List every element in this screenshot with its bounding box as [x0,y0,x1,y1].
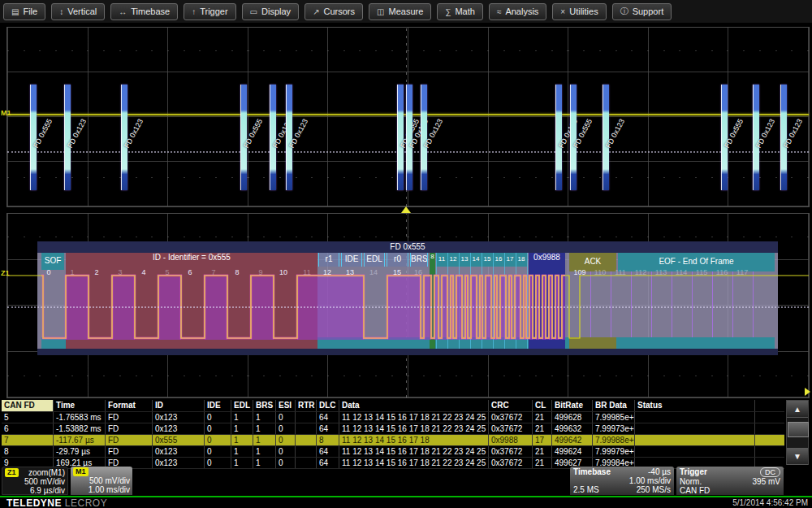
display-menu-button[interactable]: ▭Display [242,3,300,20]
can-frame-id-label: FD 0x123 [66,118,88,150]
table-cell [635,412,755,423]
minor-tick-row [7,50,809,51]
menu-label: Utilities [569,7,598,16]
table-cell: 7.99979e+6 [593,446,635,457]
menu-bar: ▤File↕Vertical↔Timebase↑Trigger▭Display↗… [0,0,812,23]
bit-number-label: 4 [141,268,145,276]
column-header[interactable]: Time [54,400,106,411]
table-cell: 7.99973e+6 [593,423,635,434]
analysis-menu-button[interactable]: ≈Analysis [489,3,546,20]
m1-badge: M1 [73,467,89,476]
column-header[interactable]: EDL [231,400,253,411]
zoom-waveform-grid[interactable]: FD 0x555SOFID - Identifier = 0x555r1IDEE… [6,213,810,398]
column-header[interactable]: Format [106,400,153,411]
column-header[interactable]: RTR [296,400,317,411]
bit-number-label: 11 [303,268,310,276]
support-menu-button[interactable]: ⓘSupport [612,3,672,20]
table-cell: 0 [276,435,296,445]
bit-number-label: 10 [279,268,287,276]
timebase-icon: ↔ [119,7,127,16]
bit-number-label: 2 [94,268,98,276]
scroll-down-button[interactable]: ▼ [787,448,808,465]
file-icon: ▤ [11,7,19,16]
timebase-descriptor-box[interactable]: Timebase -40 µs 1.00 ms/div 2.5 MS 250 M… [570,467,674,495]
table-cell: 11 12 13 14 15 16 17 18 21 22 23 24 25 2… [339,423,489,434]
can-frame-bar: FD 0x123 [780,85,787,190]
table-cell: 1 [231,412,253,423]
bit-number-label: 9 [258,268,262,276]
table-row[interactable]: 8-29.79 µsFD0x12301106411 12 13 14 15 16… [2,446,784,458]
column-header[interactable]: ID [153,400,205,411]
table-cell: -1.53882 ms [54,423,106,434]
cursors-menu-button[interactable]: ↗Cursors [304,3,363,20]
scroll-up-button[interactable]: ▲ [787,401,808,418]
utilities-menu-button[interactable]: ×Utilities [552,3,606,20]
column-header[interactable]: CRC [489,400,533,411]
menu-label: Cursors [324,7,356,16]
bit-number-label: 7 [211,268,215,276]
table-row[interactable]: 5-1.76583 msFD0x12301106411 12 13 14 15 … [2,412,784,423]
scroll-thumb[interactable] [788,422,809,437]
table-row[interactable]: 6-1.53882 msFD0x12301106411 12 13 14 15 … [2,423,784,435]
table-cell: 499632 [552,423,593,434]
column-header[interactable]: BR Data [593,400,635,411]
table-cell: 0 [205,458,231,468]
table-cell: 64 [317,423,339,434]
can-frame-id-label: FD 0x555 [572,118,594,150]
menu-label: Timebase [131,7,170,16]
table-cell [296,423,317,434]
column-header[interactable]: CL [533,400,552,411]
table-cell: 499628 [552,412,593,423]
table-cell: 64 [317,458,339,468]
table-cell: 1 [231,423,253,434]
table-row[interactable]: 7-117.67 µsFD0x5550110811 12 13 14 15 16… [2,435,784,446]
file-menu-button[interactable]: ▤File [3,3,45,20]
table-cell: FD [106,435,153,445]
vertical-menu-button[interactable]: ↕Vertical [51,3,105,20]
math-menu-button[interactable]: ∑Math [437,3,483,20]
trigger-descriptor-box[interactable]: Trigger DC Norm. 395 mV CAN FD [676,467,784,495]
can-frame-bar: FD 0x555 [397,85,404,190]
m1-descriptor-box[interactable]: M1 500 mV/div 1.00 ms/div [71,467,132,495]
table-cell: 0 [205,435,231,445]
column-header[interactable]: ESI [276,400,296,411]
upper-waveform-grid[interactable]: FD 0x555FD 0x123FD 0x123FD 0x555FD 0x123… [6,27,810,207]
table-cell: 21 [533,458,552,468]
table-cell: 17 [533,435,552,445]
column-header[interactable]: Status [635,400,755,411]
timebase-offset: -40 µs [648,467,671,476]
column-header[interactable]: CAN FD [2,400,54,411]
bit-number-label: 117 [736,268,748,276]
trigger-position-marker[interactable] [401,206,411,213]
column-header[interactable]: DLC [317,400,339,411]
menu-label: Support [633,7,664,16]
support-icon: ⓘ [620,6,628,17]
table-cell [635,435,755,445]
table-cell: FD [106,412,153,423]
table-cell: 0x123 [153,423,205,434]
z1-descriptor-box[interactable]: Z1 zoom(M1) 500 mV/div 6.9 µs/div [2,467,68,495]
display-icon: ▭ [250,7,257,16]
table-scrollbar[interactable]: ▲▼ [786,400,809,465]
column-header[interactable]: IDE [205,400,231,411]
timebase-scale: 1.00 ms/div [573,476,671,485]
column-header[interactable]: BRS [253,400,276,411]
timebase-menu-button[interactable]: ↔Timebase [110,3,178,20]
table-cell: FD [106,423,153,434]
table-cell: -117.67 µs [54,435,106,445]
can-frame-bar: FD 0x123 [270,85,276,190]
divider-line [0,496,812,497]
table-cell: 1 [231,435,253,445]
m1-hdiv: 1.00 ms/div [73,485,130,494]
measure-menu-button[interactable]: ◫Measure [369,3,431,20]
trigger-menu-button[interactable]: ↑Trigger [184,3,235,20]
column-header[interactable]: BitRate [552,400,593,411]
table-cell: 0x123 [153,458,205,468]
z1-badge: Z1 [5,468,19,477]
table-cell: 0x37672 [489,458,533,468]
table-cell: 11 12 13 14 15 16 17 18 21 22 23 24 25 2… [339,412,489,423]
column-header[interactable]: Data [339,400,489,411]
table-cell: 11 12 13 14 15 16 17 18 21 22 23 24 25 2… [339,458,489,468]
table-cell: 0x37672 [489,423,533,434]
bit-number-label: 16 [414,268,422,276]
